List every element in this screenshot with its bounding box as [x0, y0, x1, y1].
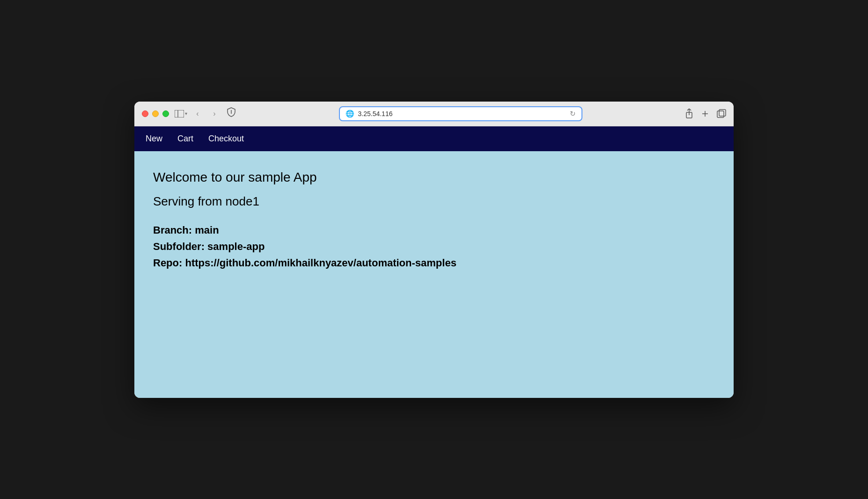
browser-chrome: ▾ ‹ › 🌐 3.25.54.116 ↻	[134, 102, 734, 126]
info-block: Branch: main Subfolder: sample-app Repo:…	[153, 222, 715, 272]
tab-overview-button[interactable]	[717, 109, 726, 118]
reload-button[interactable]: ↻	[570, 110, 576, 118]
close-button[interactable]	[142, 110, 148, 117]
maximize-button[interactable]	[162, 110, 169, 117]
nav-cart[interactable]: Cart	[177, 134, 193, 144]
svg-rect-8	[719, 110, 726, 116]
site-nav: New Cart Checkout	[134, 126, 734, 151]
back-button[interactable]: ‹	[191, 107, 204, 120]
repo-line: Repo: https://github.com/mikhailknyazev/…	[153, 255, 715, 271]
share-button[interactable]	[685, 109, 693, 119]
welcome-title: Welcome to our sample App	[153, 170, 715, 185]
address-bar[interactable]: 🌐 3.25.54.116 ↻	[339, 106, 582, 121]
browser-window: ▾ ‹ › 🌐 3.25.54.116 ↻	[134, 102, 734, 398]
chevron-down-icon: ▾	[185, 111, 187, 116]
nav-new[interactable]: New	[146, 134, 162, 144]
nav-checkout[interactable]: Checkout	[208, 134, 244, 144]
browser-controls: ▾ ‹ ›	[175, 107, 221, 120]
browser-actions	[685, 109, 726, 119]
site-body: Welcome to our sample App Serving from n…	[134, 151, 734, 290]
globe-icon: 🌐	[346, 110, 354, 118]
address-bar-wrapper: 🌐 3.25.54.116 ↻	[242, 106, 679, 121]
url-text: 3.25.54.116	[358, 110, 566, 117]
minimize-button[interactable]	[152, 110, 159, 117]
subfolder-line: Subfolder: sample-app	[153, 238, 715, 255]
forward-button[interactable]: ›	[208, 107, 221, 120]
svg-rect-7	[717, 111, 724, 117]
svg-rect-0	[175, 110, 184, 117]
traffic-lights	[142, 110, 169, 117]
serving-text: Serving from node1	[153, 194, 715, 209]
new-tab-button[interactable]	[701, 110, 709, 118]
website-content: New Cart Checkout Welcome to our sample …	[134, 126, 734, 398]
sidebar-toggle-button[interactable]: ▾	[175, 110, 187, 117]
branch-line: Branch: main	[153, 222, 715, 238]
shield-icon	[227, 107, 236, 120]
